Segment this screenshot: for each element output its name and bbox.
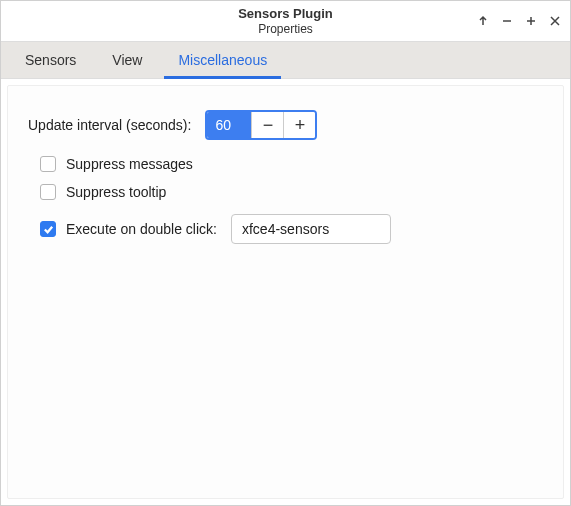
suppress-tooltip-checkbox[interactable] — [40, 184, 56, 200]
tab-sensors-label: Sensors — [25, 52, 76, 68]
arrow-up-icon[interactable] — [476, 14, 490, 28]
tab-view[interactable]: View — [94, 42, 160, 78]
maximize-icon[interactable] — [524, 14, 538, 28]
close-icon[interactable] — [548, 14, 562, 28]
execute-on-double-click-checkbox[interactable] — [40, 221, 56, 237]
tab-content: Update interval (seconds): 60 − + Suppre… — [7, 85, 564, 499]
update-interval-stepper[interactable]: 60 − + — [205, 110, 317, 140]
update-interval-value[interactable]: 60 — [207, 112, 251, 138]
suppress-messages-label: Suppress messages — [66, 156, 193, 172]
tab-miscellaneous-label: Miscellaneous — [178, 52, 267, 68]
stepper-minus-button[interactable]: − — [251, 112, 283, 138]
update-interval-label: Update interval (seconds): — [28, 117, 191, 133]
tab-miscellaneous[interactable]: Miscellaneous — [160, 42, 285, 78]
suppress-messages-checkbox[interactable] — [40, 156, 56, 172]
tab-sensors[interactable]: Sensors — [7, 42, 94, 78]
stepper-plus-button[interactable]: + — [283, 112, 315, 138]
titlebar: Sensors Plugin Properties — [1, 1, 570, 41]
tab-view-label: View — [112, 52, 142, 68]
execute-command-input[interactable] — [231, 214, 391, 244]
minimize-icon[interactable] — [500, 14, 514, 28]
execute-on-double-click-label: Execute on double click: — [66, 221, 217, 237]
suppress-tooltip-label: Suppress tooltip — [66, 184, 166, 200]
tab-bar: Sensors View Miscellaneous — [1, 41, 570, 79]
